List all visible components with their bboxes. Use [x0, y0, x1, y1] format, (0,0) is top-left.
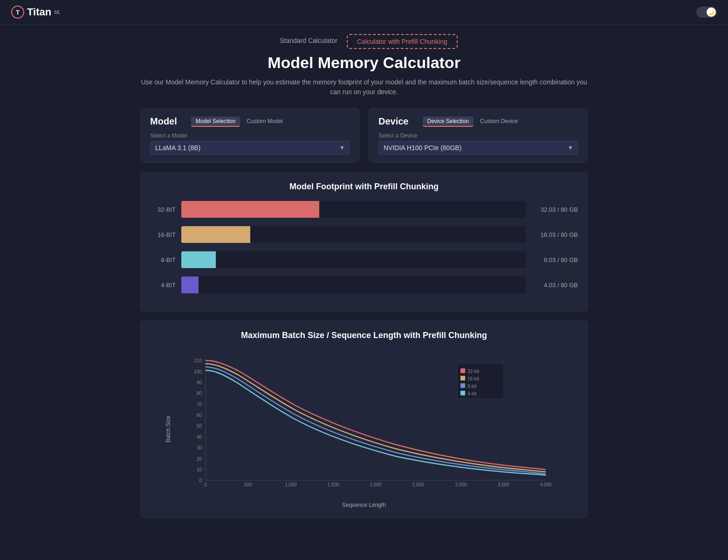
tab-custom-device[interactable]: Custom Device [475, 117, 522, 127]
bar-fill-16bit [181, 226, 250, 243]
bar-value-16bit: 16.03 / 80 GB [531, 231, 578, 238]
svg-text:500: 500 [244, 482, 252, 487]
svg-text:T: T [16, 9, 20, 16]
svg-rect-50 [460, 391, 465, 395]
dark-mode-toggle[interactable]: 🌙 [696, 7, 717, 18]
bar-track-16bit [181, 226, 526, 243]
footprint-chart-title: Model Footprint with Prefill Chunking [150, 182, 578, 192]
bar-value-4bit: 4.03 / 80 GB [531, 282, 578, 289]
footprint-chart-card: Model Footprint with Prefill Chunking 32… [140, 172, 588, 311]
selector-row: Model Model Selection Custom Model Selec… [140, 108, 588, 163]
svg-text:3,000: 3,000 [455, 482, 467, 487]
device-select[interactable]: NVIDIA H100 PCIe (80GB) NVIDIA A100 (80G… [378, 141, 578, 155]
svg-text:0: 0 [204, 482, 207, 487]
svg-text:4-bit: 4-bit [467, 391, 477, 396]
tab-custom-model[interactable]: Custom Model [242, 117, 287, 127]
bar-label-4bit: 4-BIT [150, 282, 176, 289]
header: T Titan ML 🌙 [0, 0, 728, 25]
device-select-label: Select a Device [378, 132, 578, 139]
logo-icon: T [11, 6, 24, 19]
bar-track-8bit [181, 251, 526, 268]
svg-text:10: 10 [197, 467, 202, 472]
svg-rect-46 [460, 376, 465, 380]
bar-value-32bit: 32.03 / 80 GB [531, 206, 578, 213]
svg-text:50: 50 [197, 423, 202, 429]
y-axis-label: Batch Size [165, 415, 172, 442]
bar-label-8bit: 8-BIT [150, 256, 176, 263]
toggle-knob: 🌙 [707, 7, 716, 17]
svg-text:2,500: 2,500 [412, 482, 424, 487]
sequence-chart-svg: .grid-line { stroke: #2a2d3e; stroke-wid… [173, 350, 564, 490]
tab-standard-calculator[interactable]: Standard Calculator [270, 34, 347, 49]
tab-model-selection[interactable]: Model Selection [191, 117, 240, 127]
bar-track-32bit [181, 201, 526, 218]
svg-text:20: 20 [197, 456, 202, 462]
svg-text:1,000: 1,000 [285, 482, 296, 487]
model-select-label: Select a Model [150, 132, 350, 139]
bar-row-32bit: 32-BIT 32.03 / 80 GB [150, 201, 578, 218]
bar-row-16bit: 16-BIT 16.03 / 80 GB [150, 226, 578, 243]
x-axis-label: Sequence Length [150, 502, 578, 508]
device-card: Device Device Selection Custom Device Se… [369, 108, 588, 163]
device-selector-tabs: Device Selection Custom Device [423, 117, 523, 127]
sequence-chart-container: Batch Size .grid-line { stroke: #2a2d3e;… [150, 350, 578, 508]
svg-text:8-bit: 8-bit [467, 384, 477, 389]
svg-text:1,500: 1,500 [327, 482, 339, 487]
logo-sup: ML [54, 10, 61, 15]
model-card-header: Model Model Selection Custom Model [150, 116, 350, 127]
device-select-wrapper: NVIDIA H100 PCIe (80GB) NVIDIA A100 (80G… [378, 141, 578, 155]
svg-text:80: 80 [197, 391, 202, 396]
svg-rect-44 [460, 368, 465, 373]
bar-value-8bit: 8.03 / 80 GB [531, 256, 578, 263]
svg-text:16-bit: 16-bit [467, 376, 479, 381]
bar-row-4bit: 4-BIT 4.03 / 80 GB [150, 277, 578, 293]
tab-device-selection[interactable]: Device Selection [423, 117, 474, 127]
logo-text: Titan [27, 6, 51, 18]
tab-bar: Standard Calculator Calculator with Pref… [140, 34, 588, 49]
bar-track-4bit [181, 277, 526, 293]
svg-rect-48 [460, 383, 465, 388]
page-subtitle: Use our Model Memory Calculator to help … [140, 77, 588, 97]
bar-label-16bit: 16-BIT [150, 231, 176, 238]
device-card-header: Device Device Selection Custom Device [378, 116, 578, 127]
bar-fill-8bit [181, 251, 216, 268]
model-selector-tabs: Model Selection Custom Model [191, 117, 288, 127]
svg-text:3,500: 3,500 [497, 482, 509, 487]
model-card-title: Model [150, 116, 177, 127]
sequence-chart-card: Maximum Batch Size / Sequence Length wit… [140, 321, 588, 518]
model-select-wrapper: LLaMA 3.1 (8B) LLaMA 3.1 (70B) LLaMA 3.1… [150, 141, 350, 155]
bar-fill-4bit [181, 277, 199, 293]
moon-icon: 🌙 [708, 9, 714, 15]
bar-label-32bit: 32-BIT [150, 206, 176, 213]
svg-text:40: 40 [197, 435, 202, 440]
sequence-chart-title: Maximum Batch Size / Sequence Length wit… [150, 331, 578, 340]
device-card-title: Device [378, 116, 409, 127]
bar-fill-32bit [181, 201, 319, 218]
svg-text:4,000: 4,000 [540, 482, 551, 487]
svg-text:110: 110 [194, 358, 202, 363]
svg-text:2,000: 2,000 [370, 482, 381, 487]
model-card: Model Model Selection Custom Model Selec… [140, 108, 359, 163]
svg-text:0: 0 [199, 478, 202, 483]
svg-text:60: 60 [197, 413, 202, 418]
svg-text:70: 70 [197, 402, 202, 407]
tab-prefill-chunking[interactable]: Calculator with Prefill Chunking [347, 34, 458, 49]
main-content: Standard Calculator Calculator with Pref… [140, 25, 588, 537]
svg-text:100: 100 [194, 369, 202, 374]
toggle-switch[interactable]: 🌙 [696, 7, 717, 18]
bar-row-8bit: 8-BIT 8.03 / 80 GB [150, 251, 578, 268]
svg-text:32-bit: 32-bit [467, 369, 479, 374]
logo: T Titan ML [11, 6, 61, 19]
svg-text:90: 90 [197, 380, 202, 385]
model-select[interactable]: LLaMA 3.1 (8B) LLaMA 3.1 (70B) LLaMA 3.1… [150, 141, 350, 155]
page-title: Model Memory Calculator [140, 54, 588, 72]
svg-text:30: 30 [197, 445, 202, 450]
